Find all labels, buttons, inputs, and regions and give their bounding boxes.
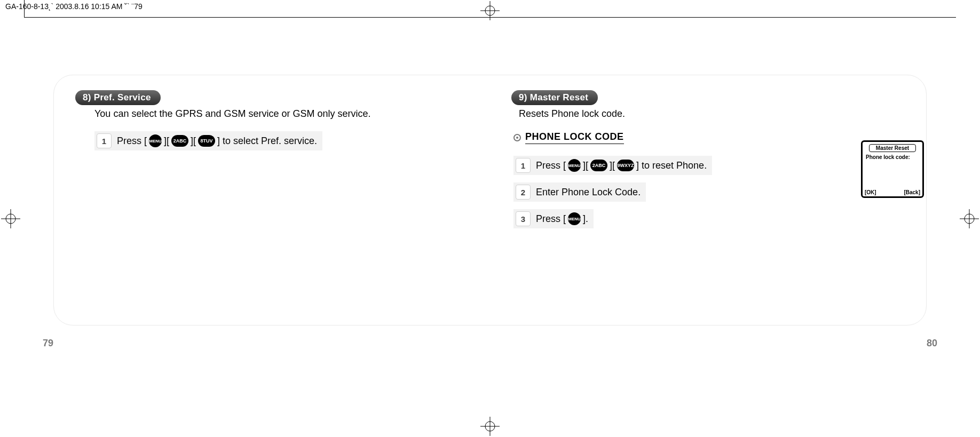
registration-mark-icon xyxy=(480,1,500,20)
section-heading-pref-service: 8) Pref. Service xyxy=(75,90,161,105)
step-row: 1 Press [ MENU ][ 2ABC ][ 9WXYZ ] to res… xyxy=(513,156,712,175)
text-fragment: Press [ xyxy=(117,136,147,147)
step-text: Press [ MENU ][ 2ABC ][ 8TUV ] to select… xyxy=(117,134,317,147)
numeric-key-icon: 9WXYZ xyxy=(617,160,634,171)
softkey-right: [Back] xyxy=(904,189,920,195)
print-job-info: GA-160-8-13˛` 2003.8.16 10:15 AM ˘` ¨79 xyxy=(5,2,143,11)
text-fragment: ][ xyxy=(164,136,169,147)
phone-screen-mock: Master Reset Phone lock code: [OK] [Back… xyxy=(861,140,924,198)
bullet-icon xyxy=(513,134,521,141)
text-fragment: ][ xyxy=(583,160,588,171)
text-fragment: ][ xyxy=(191,136,196,147)
text-fragment: ][ xyxy=(610,160,615,171)
section-description: Resets Phone lock code. xyxy=(519,108,905,120)
text-fragment: ] to reset Phone. xyxy=(636,160,707,171)
step-text: Enter Phone Lock Code. xyxy=(536,187,641,198)
registration-mark-icon xyxy=(480,417,500,436)
text-fragment: ]. xyxy=(583,213,588,225)
text-fragment: Press [ xyxy=(536,213,566,225)
step-number-badge: 3 xyxy=(516,211,531,226)
page-number-right: 80 xyxy=(927,338,937,349)
text-fragment: ] to select Pref. service. xyxy=(217,136,317,147)
phone-titlebar: Master Reset xyxy=(869,144,915,152)
step-row: 1 Press [ MENU ][ 2ABC ][ 8TUV ] to sele… xyxy=(94,131,322,150)
section-description: You can select the GPRS and GSM service … xyxy=(94,108,469,120)
step-text: Press [ MENU ][ 2ABC ][ 9WXYZ ] to reset… xyxy=(536,159,707,172)
step-number-badge: 1 xyxy=(97,133,112,148)
text-fragment: Enter Phone Lock Code. xyxy=(536,187,641,198)
registration-mark-icon xyxy=(1,209,20,228)
sub-heading: PHONE LOCK CODE xyxy=(513,131,905,144)
numeric-key-icon: 2ABC xyxy=(171,135,188,147)
numeric-key-icon: 2ABC xyxy=(590,160,607,171)
step-number-badge: 1 xyxy=(516,158,531,173)
phone-softkeys: [OK] [Back] xyxy=(865,189,920,195)
menu-key-icon: MENU xyxy=(568,212,581,225)
crop-mark xyxy=(24,0,25,17)
section-heading-master-reset: 9) Master Reset xyxy=(511,90,598,105)
step-text: Press [ MENU ]. xyxy=(536,212,588,225)
step-row: 3 Press [ MENU ]. xyxy=(513,209,594,228)
sub-heading-title: PHONE LOCK CODE xyxy=(525,131,624,144)
step-number-badge: 2 xyxy=(516,185,531,200)
menu-key-icon: MENU xyxy=(149,134,162,147)
phone-line: Phone lock code: xyxy=(863,153,922,161)
menu-key-icon: MENU xyxy=(568,159,581,172)
registration-mark-icon xyxy=(960,209,979,228)
page-right: 9) Master Reset Resets Phone lock code. … xyxy=(490,75,926,325)
page-number-left: 79 xyxy=(43,338,53,349)
page-left: 8) Pref. Service You can select the GPRS… xyxy=(54,75,490,325)
softkey-left: [OK] xyxy=(865,189,876,195)
numeric-key-icon: 8TUV xyxy=(198,135,215,147)
step-row: 2 Enter Phone Lock Code. xyxy=(513,182,646,202)
text-fragment: Press [ xyxy=(536,160,566,171)
page-spread-box: 8) Pref. Service You can select the GPRS… xyxy=(53,75,927,325)
